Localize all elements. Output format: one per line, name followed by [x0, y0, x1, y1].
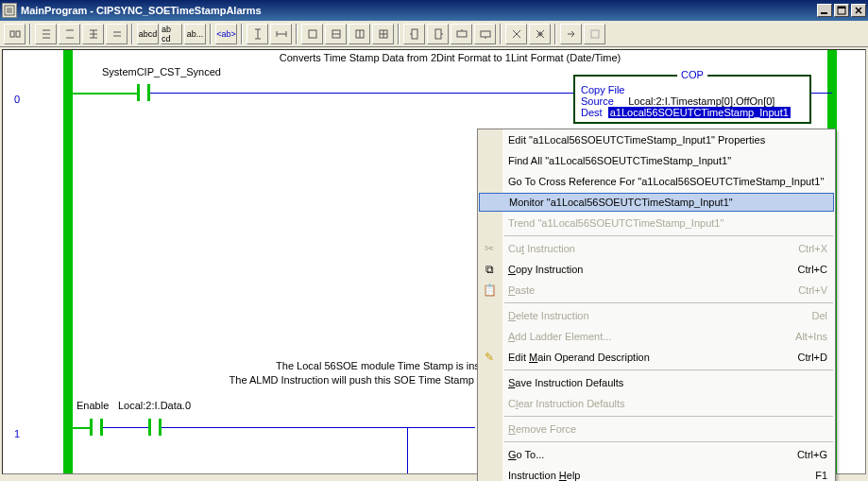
- menu-edit-properties[interactable]: Edit "a1Local56SOEUTCTimeStamp_Input1" P…: [478, 129, 835, 150]
- svg-rect-40: [457, 31, 467, 37]
- svg-rect-36: [412, 29, 417, 39]
- maximize-button[interactable]: [834, 4, 849, 17]
- svg-rect-38: [435, 29, 441, 39]
- cop-desc: Copy File: [581, 84, 804, 95]
- close-button[interactable]: [851, 4, 866, 17]
- rung0-xic-tag[interactable]: SystemCIP_CST_Synced: [102, 66, 221, 77]
- menu-add-element: Add Ladder Element...Alt+Ins: [478, 326, 835, 347]
- tb-btn-h1[interactable]: [403, 24, 425, 44]
- tb-btn-3[interactable]: [59, 24, 80, 44]
- tb-btn-h4[interactable]: [474, 24, 496, 44]
- menu-cross-reference[interactable]: Go To Cross Reference For "a1Local56SOEU…: [478, 171, 835, 192]
- tb-btn-1[interactable]: [4, 24, 26, 44]
- menu-paste: 📋 PasteCtrl+V: [478, 280, 835, 301]
- rung1-number[interactable]: 1: [14, 428, 20, 439]
- menu-monitor[interactable]: Monitor "a1Local56SOEUTCTimeStamp_Input1…: [479, 193, 834, 212]
- tb-btn-g1[interactable]: [301, 24, 323, 44]
- cut-icon: ✂: [482, 241, 497, 256]
- menu-help[interactable]: Instruction HelpF1: [478, 465, 835, 481]
- app-icon: [2, 3, 17, 18]
- cop-dest-val[interactable]: a1Local56SOEUTCTimeStamp_Input1: [608, 107, 791, 118]
- paste-icon: 📋: [482, 283, 497, 298]
- rung1-xic1-tag[interactable]: Enable: [77, 400, 109, 411]
- pencil-icon: ✎: [482, 350, 497, 365]
- rung0-xic-instruction[interactable]: [137, 84, 150, 101]
- cop-source-row: Source Local:2:I.Timestamp[0].OffOn[0]: [581, 95, 804, 107]
- svg-rect-28: [309, 30, 316, 38]
- tb-btn-h2[interactable]: [427, 24, 449, 44]
- tb-btn-abcd[interactable]: abcd: [137, 24, 159, 44]
- window-titlebar: MainProgram - CIPSYNC_SOETimeStampAlarms: [0, 0, 868, 21]
- minimize-button[interactable]: [817, 4, 832, 17]
- tb-btn-abtag[interactable]: <ab>: [215, 24, 237, 44]
- menu-clear-defaults: Clear Instruction Defaults: [478, 393, 835, 414]
- tb-btn-5[interactable]: [106, 24, 128, 44]
- toolbar: abcd ab cd ab... <ab>: [0, 21, 868, 47]
- svg-rect-49: [591, 30, 599, 38]
- tb-btn-4[interactable]: [82, 24, 104, 44]
- rung1-xic2[interactable]: [148, 419, 162, 436]
- svg-rect-9: [10, 31, 14, 37]
- tb-btn-g2[interactable]: [325, 24, 347, 44]
- tb-btn-g3[interactable]: [349, 24, 370, 44]
- rung0-number[interactable]: 0: [14, 94, 20, 105]
- cop-dest-row: Dest a1Local56SOEUTCTimeStamp_Input1: [581, 107, 804, 118]
- menu-cut: ✂ Cut InstructionCtrl+X: [478, 238, 835, 259]
- tb-btn-abcd2[interactable]: ab cd: [161, 24, 182, 44]
- tb-btn-2[interactable]: [35, 24, 57, 44]
- tb-btn-g4[interactable]: [372, 24, 394, 44]
- tb-btn-ab[interactable]: ab...: [184, 24, 206, 44]
- context-menu: Edit "a1Local56SOEUTCTimeStamp_Input1" P…: [477, 129, 836, 481]
- tb-btn-k1[interactable]: [505, 24, 527, 44]
- copy-icon: ⧉: [482, 262, 497, 277]
- menu-remove-force: Remove Force: [478, 419, 835, 439]
- rung1-xic1[interactable]: [90, 419, 103, 436]
- window-title: MainProgram - CIPSYNC_SOETimeStampAlarms: [21, 5, 817, 16]
- menu-find-all[interactable]: Find All "a1Local56SOEUTCTimeStamp_Input…: [478, 150, 835, 171]
- cop-instruction-block[interactable]: COP Copy File Source Local:2:I.Timestamp…: [573, 75, 811, 124]
- menu-edit-operand[interactable]: ✎ Edit Main Operand DescriptionCtrl+D: [478, 347, 835, 368]
- rung0-comment: Converts Time Stamp Data from 2Dint Form…: [77, 52, 824, 63]
- cop-source-val[interactable]: Local:2:I.Timestamp[0].OffOn[0]: [628, 95, 774, 107]
- tb-btn-h3[interactable]: [451, 24, 472, 44]
- tb-btn-i1[interactable]: [247, 24, 268, 44]
- cop-title: COP: [677, 69, 707, 80]
- menu-trend: Trend "a1Local56SOEUTCTimeStamp_Input1": [478, 213, 835, 233]
- rung1-xic2-tag[interactable]: Local:2:I.Data.0: [118, 400, 191, 411]
- menu-goto[interactable]: Go To...Ctrl+G: [478, 444, 835, 465]
- rung1-comment2: The ALMD Instruction will push this SOE …: [230, 374, 485, 386]
- svg-rect-10: [16, 31, 20, 37]
- menu-save-defaults[interactable]: Save Instruction Defaults: [478, 372, 835, 393]
- tb-btn-k2[interactable]: [529, 24, 551, 44]
- svg-rect-42: [481, 31, 490, 37]
- menu-delete: Delete InstructionDel: [478, 305, 835, 326]
- tb-btn-arrow[interactable]: [560, 24, 582, 44]
- tb-btn-i2[interactable]: [270, 24, 292, 44]
- tb-btn-last[interactable]: [584, 24, 605, 44]
- rung1-comment1: The Local 56SOE module Time Stamp is ins…: [276, 360, 485, 371]
- menu-copy[interactable]: ⧉ Copy InstructionCtrl+C: [478, 259, 835, 280]
